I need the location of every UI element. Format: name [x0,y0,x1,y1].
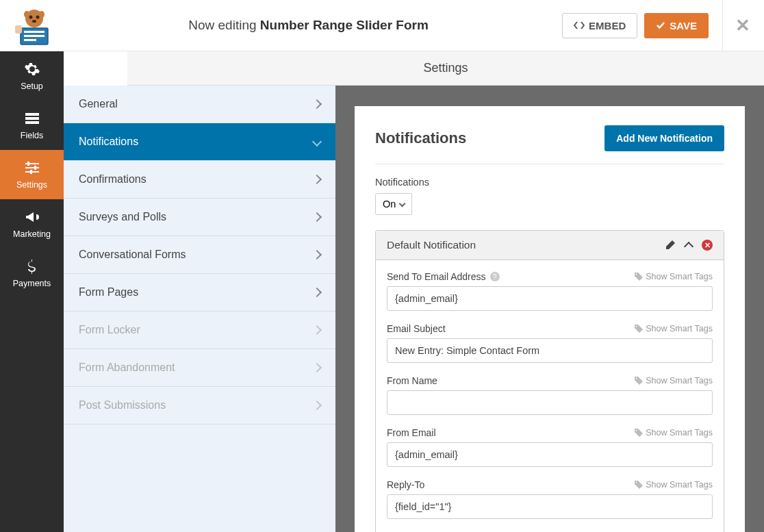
field-label: From Name [387,375,437,386]
chevron-right-icon [312,212,322,222]
list-icon [24,110,40,127]
tag-icon [635,377,643,385]
svg-point-5 [39,11,44,18]
svg-rect-7 [24,31,44,33]
dollar-icon [24,258,40,275]
svg-point-4 [24,11,29,18]
chevron-right-icon [312,325,322,335]
svg-point-1 [29,16,33,19]
show-smart-tags-link[interactable]: Show Smart Tags [635,272,713,281]
field-label: Email Subject [387,323,446,334]
show-smart-tags-link[interactable]: Show Smart Tags [635,376,713,385]
form-field: Send To Email Address?Show Smart Tags [387,271,713,311]
sidebar-item-settings[interactable]: Settings [0,150,64,199]
delete-icon[interactable]: ✕ [702,240,713,251]
svg-rect-13 [25,121,39,124]
tag-icon [635,325,643,333]
panel-item-form-pages[interactable]: Form Pages [64,274,335,312]
svg-rect-9 [24,39,36,41]
tag-icon [635,481,643,489]
sidebar-item-setup[interactable]: Setup [0,51,64,101]
field-label: Send To Email Address? [387,271,500,282]
settings-panel: General Notifications Confirmations Surv… [64,86,335,532]
sidebar-item-payments[interactable]: Payments [0,249,64,298]
text-input[interactable] [387,494,713,519]
notification-block: Default Notification ✕ Send To Email Add… [375,230,724,532]
svg-rect-15 [25,167,39,168]
svg-rect-18 [34,166,36,170]
chevron-right-icon [312,363,322,372]
sliders-icon [24,160,40,176]
panel-item-confirmations[interactable]: Confirmations [64,161,335,199]
show-smart-tags-link[interactable]: Show Smart Tags [635,428,713,438]
form-field: Email SubjectShow Smart Tags [387,323,713,363]
code-icon [574,21,585,30]
chevron-right-icon [312,288,322,297]
chevron-right-icon [312,401,322,410]
chevron-right-icon [312,250,322,259]
panel-item-conversational[interactable]: Conversational Forms [64,236,335,274]
form-field: Reply-ToShow Smart Tags [387,479,713,519]
editing-label: Now editing Number Range Slider Form [55,18,562,33]
panel-item-form-abandonment[interactable]: Form Abandonment [64,349,335,387]
sidebar-item-marketing[interactable]: Marketing [0,199,64,249]
svg-rect-19 [30,170,32,174]
notifications-toggle-label: Notifications [375,177,724,188]
gear-icon [24,61,40,77]
field-label: From Email [387,427,436,438]
help-icon[interactable]: ? [490,272,500,281]
sidebar-item-fields[interactable]: Fields [0,101,64,150]
panel-item-general[interactable]: General [64,86,335,123]
text-input[interactable] [387,338,713,363]
settings-header: Settings [127,51,764,86]
bullhorn-icon [24,209,40,225]
form-field: From NameShow Smart Tags [387,375,713,415]
tag-icon [635,429,643,437]
chevron-down-icon [312,137,322,147]
svg-rect-12 [25,117,39,120]
top-bar: Now editing Number Range Slider Form EMB… [0,0,764,51]
svg-rect-17 [27,162,29,166]
wpforms-logo-icon [14,5,55,46]
svg-rect-10 [15,25,22,34]
embed-button[interactable]: EMBED [562,13,637,38]
svg-point-2 [36,16,40,19]
notifications-toggle-select[interactable]: On [375,193,412,215]
save-button[interactable]: SAVE [644,13,709,38]
edit-icon[interactable] [665,240,676,251]
collapse-icon[interactable] [684,242,693,251]
show-smart-tags-link[interactable]: Show Smart Tags [635,324,713,333]
main-content: Notifications Add New Notification Notif… [335,86,764,532]
chevron-right-icon [312,99,322,109]
svg-point-3 [32,20,36,23]
text-input[interactable] [387,390,713,415]
svg-rect-11 [25,113,39,116]
svg-rect-8 [24,35,44,37]
notifications-card: Notifications Add New Notification Notif… [355,106,745,532]
panel-item-post-submissions[interactable]: Post Submissions [64,387,335,425]
close-button[interactable]: ✕ [722,0,750,51]
check-icon [656,21,665,30]
field-label: Reply-To [387,479,424,490]
show-smart-tags-link[interactable]: Show Smart Tags [635,480,713,490]
add-notification-button[interactable]: Add New Notification [604,125,724,151]
text-input[interactable] [387,442,713,467]
tag-icon [635,273,643,281]
text-input[interactable] [387,286,713,311]
page-title: Notifications [375,129,466,147]
panel-item-form-locker[interactable]: Form Locker [64,312,335,349]
form-field: From EmailShow Smart Tags [387,427,713,467]
left-sidebar: Setup Fields Settings Marketing Payments [0,51,64,532]
notification-header: Default Notification ✕ [376,231,724,260]
panel-item-notifications[interactable]: Notifications [64,123,335,161]
chevron-down-icon [399,200,406,207]
panel-item-surveys[interactable]: Surveys and Polls [64,199,335,236]
chevron-right-icon [312,175,322,184]
